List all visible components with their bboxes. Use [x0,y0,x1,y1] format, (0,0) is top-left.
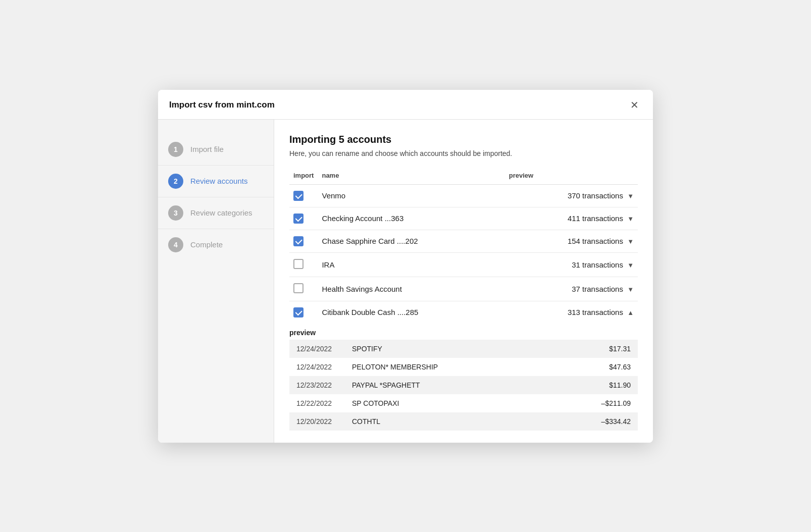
col-header-import: import [289,169,318,185]
expand-arrow-3: ▼ [627,261,634,269]
sidebar-step-2[interactable]: 2Review accounts [158,166,274,197]
account-checkbox-2[interactable] [293,236,303,246]
expand-arrow-2: ▼ [627,238,634,245]
step-label-3: Review categories [190,208,252,217]
section-description: Here, you can rename and choose which ac… [289,149,638,157]
modal-header: Import csv from mint.com ✕ [158,90,653,120]
section-title: Importing 5 accounts [289,134,638,145]
preview-amount: –$334.42 [590,417,631,425]
account-name-1: Checking Account ...363 [318,207,504,230]
account-checkbox-1[interactable] [293,214,303,224]
preview-date: 12/20/2022 [296,417,342,425]
preview-amount: $47.63 [590,363,631,371]
preview-date: 12/24/2022 [296,345,342,353]
col-header-preview: preview [505,169,638,185]
table-row: IRA31 transactions ▼ [289,252,638,277]
expand-arrow-4: ▼ [627,286,634,293]
preview-date: 12/24/2022 [296,363,342,371]
preview-row: 12/20/2022COTHTL–$334.42 [289,412,638,431]
table-row: Checking Account ...363411 transactions … [289,207,638,230]
preview-amount: –$211.09 [590,399,631,407]
account-name-0: Venmo [318,184,504,207]
account-transactions-3[interactable]: 31 transactions ▼ [505,252,638,277]
account-transactions-1[interactable]: 411 transactions ▼ [505,207,638,230]
sidebar-step-1[interactable]: 1Import file [158,134,274,166]
step-label-2: Review accounts [190,177,247,185]
preview-date: 12/23/2022 [296,381,342,389]
sidebar-step-3[interactable]: 3Review categories [158,197,274,229]
step-label-1: Import file [190,145,224,153]
step-badge-4: 4 [168,237,183,252]
account-checkbox-5[interactable] [293,307,303,317]
account-checkbox-4[interactable] [293,283,303,293]
table-row: Chase Sapphire Card ....202154 transacti… [289,230,638,252]
preview-description: COTHTL [352,417,580,425]
account-transactions-5[interactable]: 313 transactions ▲ [505,301,638,324]
preview-description: PELOTON* MEMBERSHIP [352,363,580,371]
account-transactions-2[interactable]: 154 transactions ▼ [505,230,638,252]
expand-arrow-5: ▲ [627,309,634,316]
sidebar: 1Import file2Review accounts3Review cate… [158,120,274,443]
preview-amount: $11.90 [590,381,631,389]
col-header-name: name [318,169,504,185]
preview-row: 12/23/2022PAYPAL *SPAGHETT$11.90 [289,376,638,394]
step-badge-2: 2 [168,174,183,189]
preview-section: preview 12/24/2022SPOTIFY$17.3112/24/202… [289,329,638,431]
main-content: Importing 5 accounts Here, you can renam… [274,120,653,443]
expand-arrow-1: ▼ [627,215,634,223]
preview-row: 12/22/2022SP COTOPAXI–$211.09 [289,394,638,412]
account-name-2: Chase Sapphire Card ....202 [318,230,504,252]
account-transactions-0[interactable]: 370 transactions ▼ [505,184,638,207]
account-name-3: IRA [318,252,504,277]
step-badge-1: 1 [168,142,183,157]
preview-description: PAYPAL *SPAGHETT [352,381,580,389]
table-row: Citibank Double Cash ....285313 transact… [289,301,638,324]
preview-description: SPOTIFY [352,345,580,353]
preview-rows: 12/24/2022SPOTIFY$17.3112/24/2022PELOTON… [289,340,638,431]
account-name-4: Health Savings Account [318,277,504,301]
preview-amount: $17.31 [590,345,631,353]
preview-row: 12/24/2022PELOTON* MEMBERSHIP$47.63 [289,358,638,376]
import-modal: Import csv from mint.com ✕ 1Import file2… [158,90,653,443]
account-checkbox-3[interactable] [293,259,303,269]
expand-arrow-0: ▼ [627,192,634,200]
account-name-5: Citibank Double Cash ....285 [318,301,504,324]
preview-date: 12/22/2022 [296,399,342,407]
modal-body: 1Import file2Review accounts3Review cate… [158,120,653,443]
preview-row: 12/24/2022SPOTIFY$17.31 [289,340,638,358]
preview-label: preview [289,329,638,337]
table-row: Health Savings Account37 transactions ▼ [289,277,638,301]
modal-title: Import csv from mint.com [169,100,275,110]
table-row: Venmo370 transactions ▼ [289,184,638,207]
sidebar-step-4[interactable]: 4Complete [158,229,274,260]
account-checkbox-0[interactable] [293,191,303,201]
step-badge-3: 3 [168,205,183,221]
preview-description: SP COTOPAXI [352,399,580,407]
accounts-table: import name preview Venmo370 transaction… [289,169,638,324]
step-label-4: Complete [190,240,223,249]
account-transactions-4[interactable]: 37 transactions ▼ [505,277,638,301]
close-button[interactable]: ✕ [627,99,642,111]
